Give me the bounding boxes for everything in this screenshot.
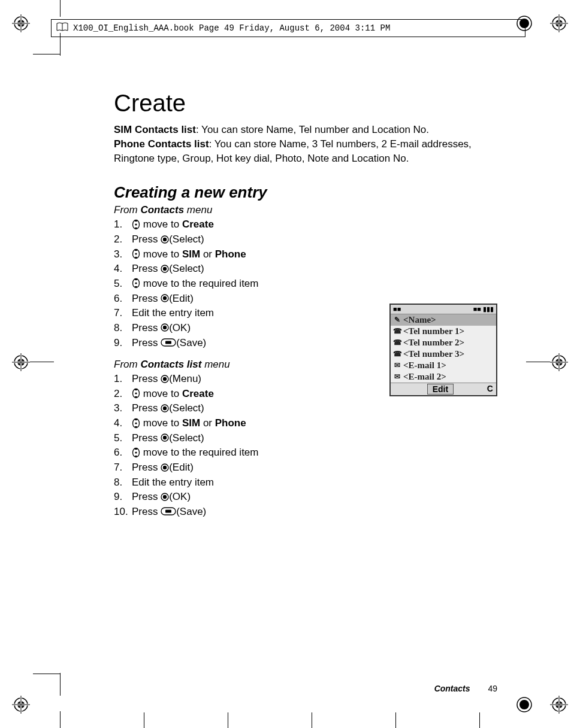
- step-number: 2.: [114, 232, 132, 247]
- step-number: 4.: [114, 262, 132, 277]
- step-number: 7.: [114, 460, 132, 475]
- center-key-icon: [161, 433, 169, 442]
- crop-line: [30, 362, 54, 362]
- page-title: Create: [114, 90, 497, 117]
- scr-row-icon: ✎: [392, 316, 402, 324]
- footer-page: 49: [488, 684, 497, 693]
- step-number: 3.: [114, 247, 132, 262]
- crop-line: [228, 712, 228, 728]
- step-number: 2.: [114, 387, 132, 402]
- center-key-icon: [161, 323, 169, 332]
- scr-row-icon: ☎: [392, 350, 402, 359]
- step-text: move to SIM or Phone: [132, 416, 497, 431]
- step-text: Press (Select): [132, 232, 497, 247]
- reg-mark-icon: [550, 696, 568, 714]
- step-text: Press (Select): [132, 401, 497, 416]
- center-key-icon: [161, 294, 169, 302]
- scr-row-text: <E-mail 2>: [403, 372, 446, 382]
- scr-row-icon: ✉: [392, 361, 402, 370]
- step-number: 6.: [114, 292, 132, 307]
- nav-key-icon: [132, 388, 140, 399]
- center-key-icon: [161, 463, 169, 472]
- scr-row: ✉<E-mail 2>: [391, 371, 496, 383]
- step-number: 8.: [114, 321, 132, 336]
- scr-row: ☎<Tel number 2>: [391, 337, 496, 348]
- page-content: Create SIM Contacts list: You can store …: [114, 90, 497, 528]
- nav-key-icon: [132, 447, 140, 458]
- crop-line: [60, 0, 61, 17]
- section-heading: Creating a new entry: [114, 183, 497, 202]
- step-item: 4. move to SIM or Phone: [114, 416, 497, 431]
- step-number: 3.: [114, 401, 132, 416]
- reg-mark-icon: [550, 353, 568, 371]
- scr-row-text: <Tel number 1>: [403, 326, 464, 336]
- step-text: move to the required item: [132, 445, 497, 460]
- scr-row: ✉<E-mail 1>: [391, 360, 496, 371]
- scr-row: ☎<Tel number 1>: [391, 326, 496, 337]
- step-number: 8.: [114, 475, 132, 490]
- step-text: Edit the entry item: [132, 475, 497, 490]
- scr-row: ✎<Name>: [391, 314, 496, 326]
- from-prefix: From: [114, 204, 140, 216]
- reg-mark-icon: [12, 696, 30, 714]
- step-item: 3. move to SIM or Phone: [114, 247, 497, 262]
- from-bold: Contacts list: [140, 359, 201, 370]
- page-footer: Contacts 49: [114, 684, 497, 693]
- reg-mark-icon: [12, 14, 30, 32]
- step-number: 4.: [114, 416, 132, 431]
- sim-text: : You can store Name, Tel number and Loc…: [196, 124, 429, 135]
- reg-mark-icon: [12, 353, 30, 371]
- step-item: 2.Press (Select): [114, 232, 497, 247]
- step-number: 5.: [114, 277, 132, 292]
- crop-line: [395, 712, 396, 728]
- crop-line: [526, 362, 550, 362]
- center-key-icon: [161, 235, 169, 244]
- scr-softkey-right: C: [487, 384, 493, 395]
- step-number: 1.: [114, 372, 132, 387]
- scr-row: ☎<Tel number 3>: [391, 348, 496, 360]
- crop-line: [60, 673, 61, 696]
- step-text: Press (Select): [132, 262, 497, 277]
- side-key-icon: [161, 507, 176, 515]
- side-key-icon: [161, 338, 176, 347]
- sim-label: SIM Contacts list: [114, 124, 196, 135]
- scr-row-icon: ✉: [392, 372, 402, 381]
- step-text: move to the required item: [132, 277, 497, 292]
- step-item: 6. move to the required item: [114, 445, 497, 460]
- step-number: 7.: [114, 306, 132, 321]
- intro-block: SIM Contacts list: You can store Name, T…: [114, 123, 497, 165]
- scr-row-text: <Name>: [403, 315, 436, 325]
- nav-key-icon: [132, 278, 140, 289]
- step-item: 3.Press (Select): [114, 401, 497, 416]
- crop-line: [33, 674, 60, 674]
- step-item: 5.Press (Select): [114, 431, 497, 446]
- step-text: Press (Save): [132, 505, 497, 520]
- step-number: 9.: [114, 336, 132, 351]
- nav-key-icon: [132, 418, 140, 429]
- from-bold: Contacts: [140, 204, 184, 216]
- crop-line: [33, 54, 60, 54]
- phone-screenshot: ■■ ■■ ▮▮▮ ✎<Name>☎<Tel number 1>☎<Tel nu…: [389, 304, 497, 396]
- scr-row-icon: ☎: [392, 327, 402, 336]
- footer-section: Contacts: [434, 684, 470, 693]
- center-key-icon: [161, 404, 169, 412]
- center-key-icon: [161, 265, 169, 273]
- scr-row-text: <Tel number 2>: [403, 338, 464, 348]
- crop-line: [312, 712, 312, 728]
- phone-label: Phone Contacts list: [114, 138, 209, 150]
- step-number: 1.: [114, 217, 132, 232]
- scr-row-icon: ☎: [392, 338, 402, 347]
- step-text: Press (Select): [132, 431, 497, 446]
- step-item: 5. move to the required item: [114, 277, 497, 292]
- crop-line: [144, 712, 144, 728]
- center-key-icon: [161, 375, 169, 383]
- step-number: 10.: [114, 505, 132, 520]
- page-header: X100_OI_English_AAA.book Page 49 Friday,…: [51, 19, 525, 37]
- scr-row-text: <Tel number 3>: [403, 349, 464, 359]
- crop-line: [60, 711, 61, 728]
- step-text: move to Create: [132, 217, 497, 232]
- step-item: 7.Press (Edit): [114, 460, 497, 475]
- from-prefix: From: [114, 359, 140, 370]
- step-text: Press (OK): [132, 490, 497, 505]
- step-number: 9.: [114, 490, 132, 505]
